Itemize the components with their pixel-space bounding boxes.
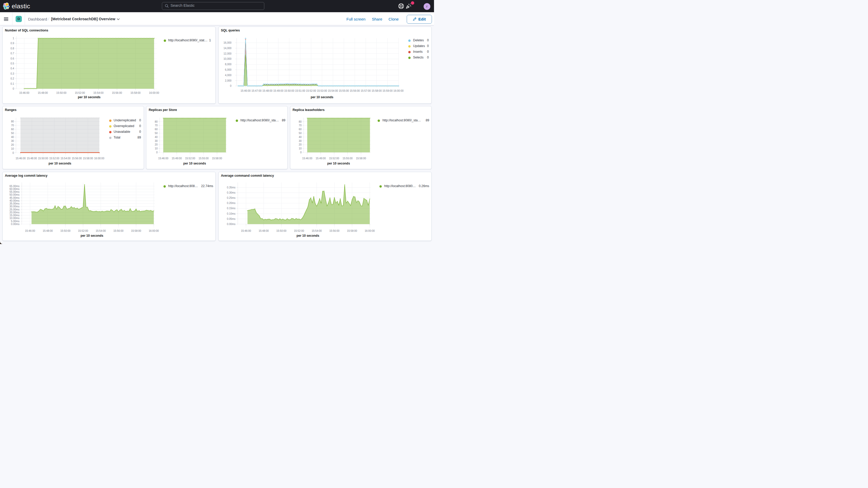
svg-text:14,000: 14,000 (223, 47, 231, 49)
svg-text:15:52:00: 15:52:00 (294, 229, 304, 232)
svg-text:16:00:00: 16:00:00 (149, 91, 159, 94)
svg-text:30: 30 (155, 140, 158, 143)
svg-text:10,000: 10,000 (223, 57, 231, 60)
svg-text:15:56:00: 15:56:00 (113, 229, 123, 232)
svg-text:15:58:00: 15:58:00 (131, 229, 141, 232)
svg-text:15:58:00: 15:58:00 (347, 229, 357, 232)
svg-text:70: 70 (155, 124, 158, 127)
svg-text:50.00ms: 50.00ms (9, 193, 19, 196)
svg-text:2,000: 2,000 (225, 79, 231, 82)
svg-text:20: 20 (299, 143, 302, 146)
svg-text:15:56:00: 15:56:00 (350, 89, 360, 92)
svg-text:per 10 seconds: per 10 seconds (311, 95, 334, 99)
svg-text:15:50:00: 15:50:00 (60, 229, 70, 232)
svg-text:15:46:00: 15:46:00 (241, 89, 251, 92)
svg-text:6,000: 6,000 (225, 68, 231, 71)
svg-text:15:53:00: 15:53:00 (317, 89, 327, 92)
svg-text:60: 60 (299, 128, 302, 131)
svg-text:per 10 seconds: per 10 seconds (81, 234, 103, 237)
svg-text:0.35ms: 0.35ms (227, 186, 236, 189)
svg-text:15:46:00: 15:46:00 (19, 91, 29, 94)
svg-text:15:54:00: 15:54:00 (312, 229, 322, 232)
svg-text:80: 80 (155, 120, 158, 123)
svg-text:0: 0 (300, 151, 302, 154)
svg-text:30: 30 (11, 140, 14, 143)
svg-text:15:49:00: 15:49:00 (172, 157, 182, 160)
svg-text:10: 10 (299, 147, 302, 150)
svg-text:5.00ms: 5.00ms (11, 220, 20, 222)
svg-text:0.1: 0.1 (10, 82, 14, 85)
svg-text:25.00ms: 25.00ms (9, 208, 19, 211)
svg-text:0: 0 (230, 85, 231, 87)
svg-text:0.25ms: 0.25ms (227, 196, 236, 199)
svg-text:per 10 seconds: per 10 seconds (327, 162, 350, 165)
svg-text:60: 60 (11, 128, 14, 131)
svg-text:16:00:00: 16:00:00 (365, 229, 375, 232)
svg-text:15:58:00: 15:58:00 (130, 91, 141, 94)
svg-text:0: 0 (12, 152, 14, 154)
svg-text:10: 10 (155, 147, 158, 150)
svg-text:per 10 seconds: per 10 seconds (78, 95, 100, 99)
svg-text:15:58:00: 15:58:00 (212, 157, 222, 160)
svg-text:40: 40 (299, 135, 302, 139)
svg-text:per 10 seconds: per 10 seconds (49, 162, 71, 165)
svg-text:35.00ms: 35.00ms (9, 202, 19, 205)
svg-text:15:50:00: 15:50:00 (276, 229, 286, 232)
svg-text:20: 20 (11, 144, 14, 146)
svg-text:15:46:00: 15:46:00 (241, 229, 251, 232)
svg-text:16,000: 16,000 (223, 41, 231, 44)
svg-text:15:56:00: 15:56:00 (72, 157, 82, 160)
svg-text:15:52:00: 15:52:00 (329, 157, 339, 160)
svg-text:8,000: 8,000 (225, 63, 231, 66)
svg-text:60: 60 (155, 128, 158, 131)
svg-text:15:54:00: 15:54:00 (93, 91, 103, 94)
svg-text:30: 30 (299, 140, 302, 143)
svg-text:15:52:00: 15:52:00 (49, 157, 59, 160)
svg-text:0.5: 0.5 (10, 62, 14, 65)
svg-text:0.20ms: 0.20ms (227, 202, 236, 205)
svg-text:15:54:00: 15:54:00 (60, 157, 70, 160)
svg-text:15:46:00: 15:46:00 (302, 157, 312, 160)
svg-text:0.3: 0.3 (10, 72, 14, 75)
svg-text:10: 10 (11, 147, 14, 150)
svg-text:16:00:00: 16:00:00 (149, 229, 159, 232)
svg-text:15:50:00: 15:50:00 (284, 89, 294, 92)
svg-text:15:49:00: 15:49:00 (273, 89, 283, 92)
svg-text:15:48:00: 15:48:00 (38, 91, 48, 94)
svg-text:15:48:00: 15:48:00 (258, 229, 269, 232)
svg-text:20.00ms: 20.00ms (9, 211, 19, 214)
svg-text:15:47:00: 15:47:00 (252, 89, 262, 92)
svg-text:1: 1 (12, 37, 14, 40)
svg-text:70: 70 (11, 124, 14, 127)
svg-text:0.9: 0.9 (10, 42, 14, 45)
svg-text:0.05ms: 0.05ms (227, 217, 236, 220)
svg-text:0.7: 0.7 (10, 52, 14, 55)
svg-text:4,000: 4,000 (225, 73, 231, 77)
svg-text:12,000: 12,000 (223, 52, 231, 55)
svg-text:50: 50 (155, 132, 158, 134)
svg-text:40.00ms: 40.00ms (9, 199, 19, 202)
svg-text:15:58:00: 15:58:00 (356, 157, 366, 160)
svg-text:45.00ms: 45.00ms (9, 196, 19, 199)
svg-text:15:52:00: 15:52:00 (75, 91, 85, 94)
svg-text:0.30ms: 0.30ms (227, 191, 236, 194)
svg-text:15:55:00: 15:55:00 (339, 89, 349, 92)
svg-text:0.4: 0.4 (10, 67, 14, 70)
svg-text:15:54:00: 15:54:00 (96, 229, 106, 232)
svg-text:0.00ms: 0.00ms (227, 223, 236, 225)
svg-text:15:55:00: 15:55:00 (198, 157, 209, 160)
svg-text:15:51:00: 15:51:00 (295, 89, 305, 92)
svg-text:50: 50 (11, 132, 14, 134)
svg-text:0.10ms: 0.10ms (227, 212, 236, 215)
svg-text:40: 40 (11, 135, 14, 139)
svg-text:65.00ms: 65.00ms (9, 184, 19, 187)
svg-text:55.00ms: 55.00ms (9, 190, 19, 193)
svg-text:10.00ms: 10.00ms (9, 217, 19, 220)
svg-text:15:59:00: 15:59:00 (382, 89, 393, 92)
svg-text:15:46:00: 15:46:00 (158, 157, 168, 160)
svg-text:per 10 seconds: per 10 seconds (183, 162, 206, 165)
svg-text:0.00ms: 0.00ms (11, 223, 20, 225)
svg-text:0: 0 (156, 151, 158, 154)
svg-text:15:48:00: 15:48:00 (42, 229, 53, 232)
svg-text:15:52:00: 15:52:00 (185, 157, 195, 160)
